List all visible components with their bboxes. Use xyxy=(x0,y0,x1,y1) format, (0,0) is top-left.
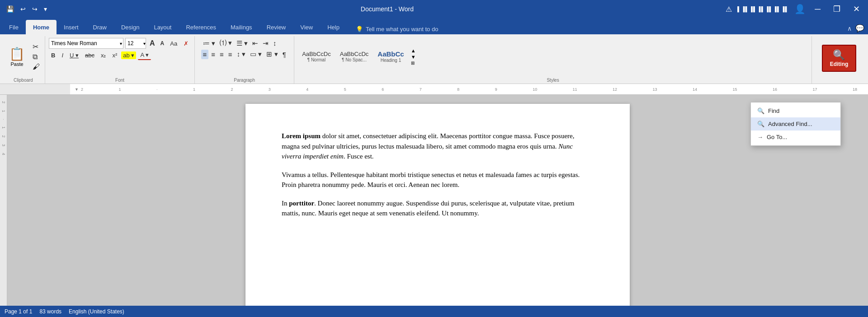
undo-icon[interactable]: ↩ xyxy=(19,5,28,14)
italic-button[interactable]: I xyxy=(59,51,66,60)
heading-style-item[interactable]: AaBbCc Heading 1 xyxy=(373,48,408,65)
align-right-button[interactable]: ≡ xyxy=(218,50,226,59)
font-size-field[interactable]: 12 ▾ xyxy=(125,38,146,49)
superscript-button[interactable]: x² xyxy=(110,51,119,60)
cut-button[interactable]: ✂ xyxy=(31,42,41,51)
italic-text: Nunc viverra imperdiet enim xyxy=(282,143,573,160)
minimize-button[interactable]: ─ xyxy=(811,4,824,15)
align-center-button[interactable]: ≡ xyxy=(209,50,217,59)
shrink-font-button[interactable]: A xyxy=(159,39,166,47)
font-dropdown-icon[interactable]: ▾ xyxy=(120,41,123,46)
clipboard-label: Clipboard xyxy=(14,77,33,84)
quick-access-toolbar: 💾 ↩ ↪ ▾ xyxy=(5,5,49,14)
comment-icon[interactable]: 💬 xyxy=(855,24,864,33)
ribbon-tab-bar: File Home Insert Draw Design Layout Refe… xyxy=(0,18,868,34)
bold-button[interactable]: B xyxy=(49,51,57,60)
advanced-find-menu-item[interactable]: 🔍 Advanced Find... xyxy=(751,117,840,131)
ruler-n1: 1 xyxy=(118,87,121,92)
underline-button[interactable]: U ▾ xyxy=(67,51,81,60)
language-info: English (United States) xyxy=(69,308,124,315)
settings-dropdown-icon[interactable]: ▾ xyxy=(42,5,49,14)
paragraph-label: Paragraph xyxy=(234,77,255,84)
tab-mailings[interactable]: Mailings xyxy=(223,20,259,34)
tab-file[interactable]: File xyxy=(2,20,26,34)
close-button[interactable]: ✕ xyxy=(849,3,863,15)
clipboard-content: 📋 Paste ✂ ⧉ 🖌 xyxy=(5,36,41,77)
ruler-11: 11 xyxy=(573,87,577,92)
shading-button[interactable]: ▭ ▾ xyxy=(248,49,264,59)
clear-format-button[interactable]: ✗ xyxy=(181,39,191,48)
decrease-indent-button[interactable]: ⇤ xyxy=(250,38,260,48)
save-icon[interactable]: 💾 xyxy=(5,5,16,14)
font-name-field[interactable]: Times New Roman ▾ xyxy=(49,38,123,49)
ruler-6: 6 xyxy=(382,87,384,92)
tell-me-tab-text[interactable]: Tell me what you want to do xyxy=(366,26,438,33)
nospace-style-item[interactable]: AaBbCcDc ¶ No Spac... xyxy=(336,48,373,65)
clipboard-small-buttons: ✂ ⧉ 🖌 xyxy=(31,42,41,71)
goto-menu-item[interactable]: → Go To... xyxy=(751,131,840,144)
ruler-0: · xyxy=(156,87,158,92)
tell-me-tab-area[interactable]: 💡 Tell me what you want to do xyxy=(356,26,438,34)
borders-button[interactable]: ⊞ ▾ xyxy=(264,49,279,59)
tab-design[interactable]: Design xyxy=(114,20,146,34)
vertical-ruler-numbers: 2 1 · 1 2 3 4 xyxy=(1,101,6,158)
find-menu-item[interactable]: 🔍 Find xyxy=(751,104,840,117)
collapse-ribbon-icon[interactable]: ∧ xyxy=(847,25,852,32)
ribbon-right-controls: ∧ 💬 xyxy=(847,24,868,34)
para-row-1: ≔ ▾ ⑴ ▾ ☰ ▾ ⇤ ⇥ ↕ xyxy=(201,38,278,48)
font-row-2: B I U ▾ abc x₂ x² ab ▾ A ▾ xyxy=(49,51,191,60)
ruler-numbers: 2 1 · 1 2 3 4 5 6 7 8 9 10 11 12 13 14 1… xyxy=(72,87,866,92)
ruler-9: 9 xyxy=(495,87,497,92)
nospace-style-preview: AaBbCcDc xyxy=(340,51,369,57)
subscript-button[interactable]: x₂ xyxy=(99,51,108,60)
bullets-button[interactable]: ≔ ▾ xyxy=(201,38,217,48)
ruler-5: 5 xyxy=(344,87,346,92)
paste-label: Paste xyxy=(10,61,23,67)
restore-button[interactable]: ❐ xyxy=(830,3,844,15)
tab-references[interactable]: References xyxy=(179,20,223,34)
tab-help[interactable]: Help xyxy=(320,20,347,34)
ruler-marker-left: ▼ xyxy=(75,87,79,92)
justify-button[interactable]: ≡ xyxy=(226,50,234,59)
user-avatar[interactable]: 👤 xyxy=(794,4,806,14)
strikethrough-button[interactable]: abc xyxy=(83,51,97,60)
paragraph-3: In porttitor. Donec laoreet nonummy augu… xyxy=(282,198,594,219)
tab-insert[interactable]: Insert xyxy=(57,20,86,34)
font-size-display: 12 xyxy=(126,39,143,47)
copy-button[interactable]: ⧉ xyxy=(31,52,41,61)
redo-icon[interactable]: ↪ xyxy=(30,5,39,14)
document-area[interactable]: Lorem ipsum dolor sit amet, consectetuer… xyxy=(7,95,868,306)
size-dropdown-icon[interactable]: ▾ xyxy=(143,41,146,46)
grow-font-button[interactable]: A xyxy=(148,38,157,48)
tab-home[interactable]: Home xyxy=(26,20,57,34)
normal-style-item[interactable]: AaBbCcDc ¶ Normal xyxy=(298,48,335,65)
show-marks-button[interactable]: ¶ xyxy=(281,50,288,59)
align-left-button[interactable]: ≡ xyxy=(201,50,209,59)
styles-down-arrow[interactable]: ▼ xyxy=(411,54,416,60)
ruler-18: 18 xyxy=(853,87,857,92)
numbering-button[interactable]: ⑴ ▾ xyxy=(218,38,234,48)
tab-draw[interactable]: Draw xyxy=(86,20,114,34)
tab-layout[interactable]: Layout xyxy=(146,20,179,34)
paragraph-2: Vivamus a tellus. Pellentesque habitant … xyxy=(282,170,594,190)
line-spacing-button[interactable]: ↕ ▾ xyxy=(235,49,248,59)
heading-style-label: Heading 1 xyxy=(381,58,401,63)
format-painter-button[interactable]: 🖌 xyxy=(31,62,41,71)
ruler-17: 17 xyxy=(812,87,817,92)
ruler-8: 8 xyxy=(457,87,459,92)
change-case-button[interactable]: Aa xyxy=(168,39,179,48)
font-color-button[interactable]: A ▾ xyxy=(138,51,151,60)
editing-search-icon: 🔍 xyxy=(833,49,845,61)
tab-review[interactable]: Review xyxy=(259,20,293,34)
tab-view[interactable]: View xyxy=(293,20,320,34)
sort-button[interactable]: ↕ xyxy=(271,38,278,48)
styles-up-arrow[interactable]: ▲ xyxy=(411,48,416,53)
styles-expand-arrow[interactable]: ⊞ xyxy=(411,61,416,65)
editing-label: Editing xyxy=(830,61,849,67)
increase-indent-button[interactable]: ⇥ xyxy=(261,38,270,48)
highlight-button[interactable]: ab ▾ xyxy=(121,51,136,59)
multilevel-button[interactable]: ☰ ▾ xyxy=(235,38,250,48)
paragraph-content: ≔ ▾ ⑴ ▾ ☰ ▾ ⇤ ⇥ ↕ ≡ ≡ ≡ ≡ ↕ ▾ ▭ ▾ ⊞ ▾ ¶ xyxy=(201,36,288,77)
editing-button[interactable]: 🔍 Editing xyxy=(822,45,857,72)
paste-button[interactable]: 📋 Paste xyxy=(5,45,28,69)
